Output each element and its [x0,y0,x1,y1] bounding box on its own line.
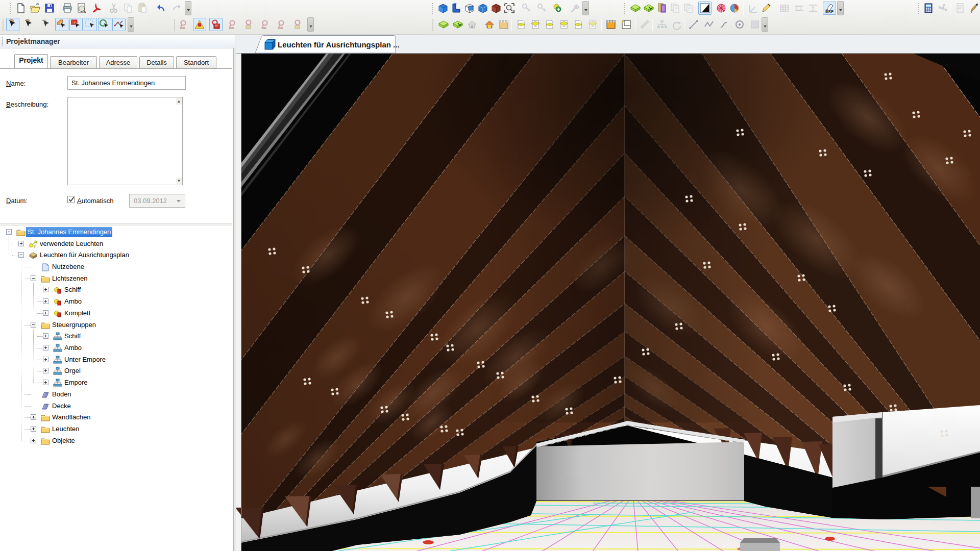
svg-text:DXF: DXF [825,9,834,14]
svg-text:Leuchten für Ausrichtungsplan: Leuchten für Ausrichtungsplan ... [278,40,400,49]
